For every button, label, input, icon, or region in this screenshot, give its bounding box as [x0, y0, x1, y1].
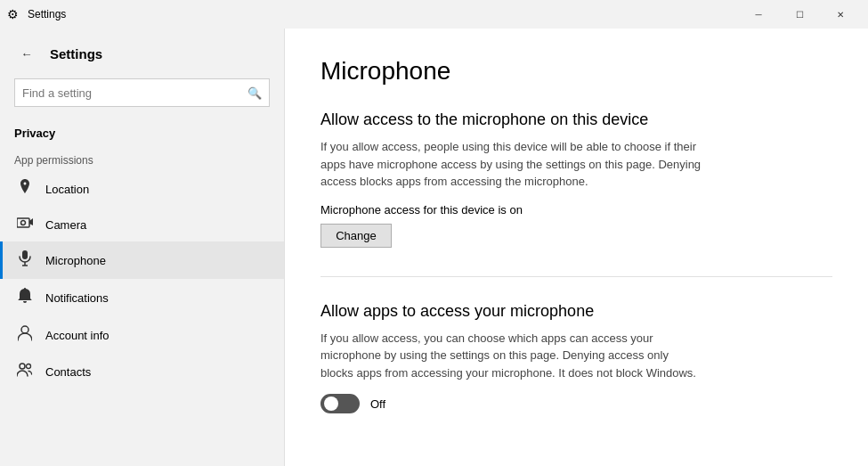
back-button[interactable]: ← [14, 41, 39, 66]
search-input[interactable] [22, 86, 247, 100]
device-access-title: Allow access to the microphone on this d… [320, 110, 832, 129]
app-container: ← Settings 🔍 Privacy App permissions Loc… [0, 29, 868, 466]
device-access-description: If you allow access, people using this d… [320, 138, 703, 191]
camera-icon [17, 217, 33, 233]
sidebar-item-microphone[interactable]: Microphone [0, 241, 284, 279]
notifications-icon [17, 288, 33, 307]
app-access-title: Allow apps to access your microphone [320, 302, 832, 321]
title-bar-controls: ─ ☐ ✕ [738, 0, 861, 29]
search-box[interactable]: 🔍 [14, 78, 270, 107]
sidebar-app-title: Settings [50, 46, 102, 61]
device-access-section: Allow access to the microphone on this d… [320, 110, 832, 248]
contacts-label: Contacts [45, 365, 91, 379]
svg-point-6 [21, 326, 28, 333]
toggle-row: Off [320, 394, 832, 413]
microphone-label: Microphone [45, 254, 106, 267]
maximize-button[interactable]: ☐ [779, 0, 820, 29]
main-content: Microphone Allow access to the microphon… [285, 29, 868, 466]
change-button[interactable]: Change [320, 224, 392, 248]
sidebar-item-notifications[interactable]: Notifications [0, 279, 284, 316]
contacts-icon [17, 363, 33, 380]
title-bar-icon: ⚙ [7, 7, 19, 21]
account-icon [17, 325, 33, 345]
sidebar-section-label: App permissions [0, 147, 284, 170]
camera-label: Camera [45, 218, 86, 232]
sidebar-item-location[interactable]: Location [0, 170, 284, 208]
close-button[interactable]: ✕ [820, 0, 861, 29]
device-access-status: Microphone access for this device is on [320, 203, 832, 217]
toggle-label: Off [370, 397, 385, 411]
title-bar: ⚙ Settings ─ ☐ ✕ [0, 0, 868, 29]
notifications-label: Notifications [45, 291, 109, 305]
sidebar-item-camera[interactable]: Camera [0, 208, 284, 241]
app-access-description: If you allow access, you can choose whic… [320, 330, 703, 382]
title-bar-left: ⚙ Settings [7, 7, 66, 21]
toggle-knob [324, 397, 338, 411]
back-icon: ← [20, 47, 32, 61]
svg-rect-0 [17, 218, 29, 227]
sidebar: ← Settings 🔍 Privacy App permissions Loc… [0, 29, 285, 466]
svg-rect-3 [22, 250, 28, 259]
svg-point-7 [20, 364, 25, 369]
sidebar-item-account-info[interactable]: Account info [0, 316, 284, 354]
microphone-icon [17, 250, 33, 270]
svg-point-1 [21, 221, 26, 225]
location-icon [17, 179, 33, 199]
page-title: Microphone [320, 57, 832, 86]
search-container: 🔍 [0, 75, 284, 118]
sidebar-item-contacts[interactable]: Contacts [0, 354, 284, 389]
microphone-toggle[interactable] [320, 394, 360, 413]
minimize-button[interactable]: ─ [738, 0, 779, 29]
section-divider [320, 276, 832, 277]
app-access-section: Allow apps to access your microphone If … [320, 302, 832, 414]
title-bar-title: Settings [28, 8, 66, 20]
sidebar-header: ← Settings [0, 29, 284, 75]
sidebar-privacy-label: Privacy [0, 118, 284, 147]
svg-point-8 [27, 364, 31, 369]
account-info-label: Account info [45, 329, 110, 342]
search-icon: 🔍 [247, 86, 262, 100]
location-label: Location [45, 183, 89, 196]
